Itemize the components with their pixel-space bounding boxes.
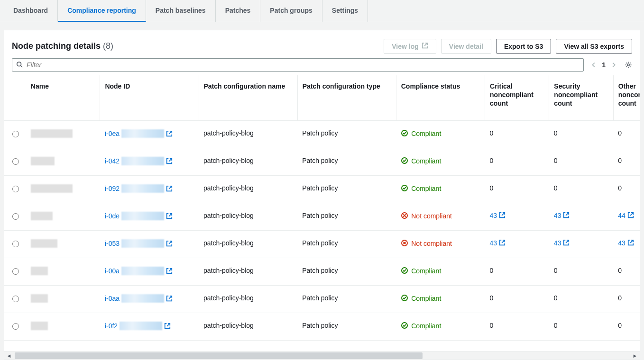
row-select-radio[interactable] — [12, 213, 19, 220]
security-count-cell: 0 — [549, 285, 613, 313]
check-circle-icon — [401, 294, 408, 303]
other-count-link[interactable]: 43 — [618, 239, 634, 247]
critical-count-link[interactable]: 43 — [490, 212, 506, 220]
view-log-button: View log — [384, 39, 436, 54]
col-critical-count: Critical noncompliant count — [485, 75, 549, 120]
patch-config-type-cell: Patch policy — [297, 285, 396, 313]
tab-settings[interactable]: Settings — [322, 0, 368, 22]
critical-count-cell: 0 — [485, 258, 549, 285]
critical-count-link[interactable]: 43 — [490, 239, 506, 247]
count-value: 43 — [490, 239, 497, 247]
tab-dashboard[interactable]: Dashboard — [4, 0, 58, 22]
status-label: Compliant — [411, 157, 441, 165]
scroll-right-arrow-icon[interactable]: ► — [630, 351, 640, 360]
node-patching-table: Name Node ID Patch configuration name Pa… — [4, 75, 640, 341]
external-link-icon[interactable] — [166, 295, 173, 302]
scrollbar-thumb[interactable] — [15, 352, 423, 359]
scroll-left-arrow-icon[interactable]: ◄ — [4, 351, 14, 360]
node-id-link[interactable]: i-0ea — [105, 130, 120, 137]
external-link-icon[interactable] — [166, 268, 173, 274]
node-id-link[interactable]: i-042 — [105, 157, 120, 165]
pagination: 1 — [590, 61, 632, 69]
panel-title: Node patching details (8) — [12, 41, 113, 51]
patch-config-name-cell: patch-policy-blog — [199, 258, 297, 285]
redacted-node-id — [121, 129, 164, 138]
row-select-radio[interactable] — [12, 131, 19, 137]
table-row: i-0aapatch-policy-blogPatch policyCompli… — [4, 285, 640, 313]
table-row: i-053patch-policy-blogPatch policyNot co… — [4, 230, 640, 258]
tab-patch-groups[interactable]: Patch groups — [260, 0, 322, 22]
patch-config-name-cell: patch-policy-blog — [199, 175, 297, 203]
critical-count-cell: 0 — [485, 175, 549, 203]
status-label: Compliant — [411, 295, 441, 302]
check-circle-icon — [401, 322, 408, 331]
status-not-compliant: Not compliant — [401, 212, 452, 221]
count-value: 43 — [618, 239, 626, 247]
tab-patches[interactable]: Patches — [216, 0, 261, 22]
row-select-radio[interactable] — [12, 268, 19, 275]
security-count-link[interactable]: 43 — [554, 239, 570, 247]
critical-count-cell: 0 — [485, 148, 549, 175]
settings-button[interactable] — [625, 61, 632, 69]
external-link-icon — [627, 212, 634, 220]
view-all-s3-exports-button[interactable]: View all S3 exports — [556, 39, 632, 54]
col-select — [4, 75, 26, 120]
redacted-node-id — [120, 322, 162, 330]
external-link-icon[interactable] — [166, 213, 173, 219]
filter-box[interactable] — [12, 58, 584, 72]
view-all-s3-exports-label: View all S3 exports — [564, 43, 624, 50]
filter-row: 1 — [4, 58, 640, 75]
col-other-count: Other noncompliant count — [613, 75, 640, 120]
node-id-link[interactable]: i-0aa — [105, 295, 120, 302]
other-count-link[interactable]: 44 — [618, 212, 634, 220]
count-value: 43 — [554, 212, 561, 219]
panel-header: Node patching details (8) View log View … — [4, 30, 640, 58]
external-link-icon[interactable] — [166, 185, 173, 192]
count-value: 43 — [490, 212, 497, 219]
row-select-radio[interactable] — [12, 186, 19, 192]
row-select-radio[interactable] — [12, 158, 19, 165]
col-name: Name — [26, 75, 100, 120]
tab-compliance-reporting[interactable]: Compliance reporting — [58, 0, 146, 22]
redacted-name — [31, 239, 57, 248]
external-link-icon[interactable] — [166, 130, 173, 137]
row-select-radio[interactable] — [12, 323, 19, 330]
patch-config-name-cell: patch-policy-blog — [199, 148, 297, 175]
export-to-s3-button[interactable]: Export to S3 — [496, 39, 551, 54]
node-id-link[interactable]: i-00a — [105, 267, 120, 275]
patch-config-type-cell: Patch policy — [297, 148, 396, 175]
node-id-link[interactable]: i-0de — [105, 212, 120, 220]
external-link-icon[interactable] — [164, 323, 171, 329]
node-id-link[interactable]: i-053 — [105, 240, 120, 247]
tab-patch-baselines[interactable]: Patch baselines — [146, 0, 216, 22]
node-id-link[interactable]: i-0f2 — [105, 322, 118, 330]
security-count-cell: 0 — [549, 313, 613, 340]
redacted-name — [31, 184, 73, 193]
table-scroll[interactable]: Name Node ID Patch configuration name Pa… — [4, 75, 640, 351]
external-link-icon[interactable] — [166, 158, 173, 164]
external-link-icon — [563, 239, 570, 247]
row-select-radio[interactable] — [12, 296, 19, 302]
redacted-name — [31, 129, 73, 138]
security-count-cell: 0 — [549, 175, 613, 203]
other-count-cell: 0 — [613, 148, 640, 175]
external-link-icon[interactable] — [166, 240, 173, 247]
status-compliant: Compliant — [401, 294, 441, 303]
check-circle-icon — [401, 129, 408, 138]
col-patch-cfg-type: Patch configuration type — [297, 75, 396, 120]
redacted-name — [31, 267, 48, 275]
table-row: i-0eapatch-policy-blogPatch policyCompli… — [4, 120, 640, 148]
horizontal-scrollbar[interactable]: ◄ ► — [4, 351, 640, 360]
filter-input[interactable] — [26, 61, 580, 69]
security-count-cell: 0 — [549, 258, 613, 285]
other-count-cell: 0 — [613, 285, 640, 313]
external-link-icon — [563, 212, 570, 220]
node-id-link[interactable]: i-092 — [105, 185, 120, 192]
patch-config-name-cell: patch-policy-blog — [199, 203, 297, 230]
panel-title-count: (8) — [103, 41, 113, 51]
redacted-node-id — [121, 239, 164, 248]
redacted-node-id — [121, 267, 164, 275]
security-count-link[interactable]: 43 — [554, 212, 570, 220]
panel-actions: View log View detail Export to S3 View a… — [384, 39, 632, 54]
row-select-radio[interactable] — [12, 241, 19, 247]
